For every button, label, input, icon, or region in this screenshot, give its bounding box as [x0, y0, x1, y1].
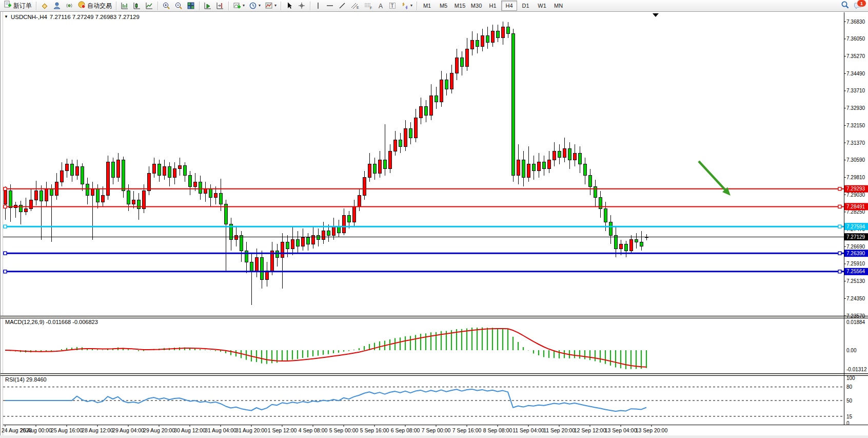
navigator-button[interactable]	[51, 0, 63, 11]
chart-shift-button[interactable]	[214, 0, 226, 11]
timeframe-button-H1[interactable]: H1	[485, 1, 501, 11]
vertical-line-icon	[314, 2, 322, 10]
notifications-button[interactable]: 1	[854, 2, 863, 10]
zoom-out-icon	[174, 2, 183, 10]
search-icon	[841, 1, 850, 9]
svg-text:0.01884: 0.01884	[846, 319, 865, 325]
svg-text:7.26690: 7.26690	[846, 244, 865, 250]
svg-text:15: 15	[846, 414, 853, 420]
svg-text:7.32150: 7.32150	[846, 123, 865, 128]
timeframe-button-MN[interactable]: MN	[550, 1, 566, 11]
svg-text:11 Sep 20:00: 11 Sep 20:00	[543, 427, 575, 433]
candlestick-chart-button[interactable]	[131, 0, 143, 11]
svg-text:0: 0	[846, 421, 850, 426]
auto-trading-button[interactable]: 自动交易	[75, 0, 114, 11]
cursor-button[interactable]	[283, 0, 295, 11]
toolbar-separator	[157, 2, 158, 10]
svg-text:7.33710: 7.33710	[846, 88, 865, 93]
svg-text:5 Sep 00:00: 5 Sep 00:00	[329, 427, 359, 433]
svg-text:7.34490: 7.34490	[846, 71, 865, 77]
rsi-indicator-label: RSI(14) 29.8460	[5, 376, 47, 383]
toolbar-separator	[417, 2, 417, 10]
timeframe-button-M5[interactable]: M5	[436, 1, 451, 11]
toolbar-separator	[281, 2, 281, 10]
symbol-label: USDCNH-,H4	[11, 14, 47, 20]
timeframe-button-D1[interactable]: D1	[518, 1, 534, 11]
toolbar-separator	[116, 2, 116, 10]
toolbar-separator	[310, 2, 310, 10]
arrows-button[interactable]: ▾	[399, 0, 415, 11]
svg-text:5 Sep 16:00: 5 Sep 16:00	[360, 427, 389, 433]
bar-chart-button[interactable]	[119, 0, 131, 11]
svg-text:25 Aug 00:00: 25 Aug 00:00	[20, 427, 52, 433]
text-icon: A	[377, 2, 384, 10]
svg-text:6 Sep 08:00: 6 Sep 08:00	[391, 427, 420, 433]
dropdown-arrow-icon: ▾	[259, 4, 261, 8]
svg-text:7.31370: 7.31370	[846, 140, 865, 146]
svg-text:7.27129: 7.27129	[846, 234, 865, 240]
candlestick-chart-icon	[133, 2, 141, 10]
new-order-icon	[4, 1, 12, 11]
svg-text:29 Aug 04:00: 29 Aug 04:00	[112, 427, 144, 433]
periods-button[interactable]: ▾	[247, 0, 263, 11]
auto-trading-label: 自动交易	[87, 2, 112, 10]
trendline-button[interactable]	[336, 0, 348, 11]
svg-text:80: 80	[846, 384, 853, 390]
crosshair-icon	[298, 2, 306, 10]
svg-text:7.29810: 7.29810	[846, 175, 865, 180]
horizontal-line-button[interactable]	[324, 0, 336, 11]
svg-text:7.36830: 7.36830	[846, 19, 865, 25]
market-watch-button[interactable]	[38, 0, 51, 11]
equidistant-channel-button[interactable]: E	[348, 0, 362, 11]
search-button[interactable]	[841, 1, 850, 11]
cursor-icon	[285, 2, 293, 10]
svg-text:-0.01312: -0.01312	[846, 367, 867, 372]
chart-dropdown-arrow[interactable]: ▼	[4, 15, 8, 19]
crosshair-button[interactable]	[295, 0, 308, 11]
svg-text:F: F	[370, 6, 372, 10]
auto-scroll-button[interactable]	[202, 0, 214, 11]
svg-text:4 Sep 08:00: 4 Sep 08:00	[299, 427, 328, 433]
toolbar-separator	[228, 2, 229, 10]
tile-windows-button[interactable]	[185, 0, 197, 11]
svg-text:25 Aug 16:00: 25 Aug 16:00	[51, 427, 83, 433]
horizontal-line-icon	[326, 2, 334, 10]
text-button[interactable]: A	[375, 0, 386, 11]
auto-scroll-icon	[204, 2, 212, 10]
fibonacci-button[interactable]: F	[362, 0, 375, 11]
timeframe-button-M30[interactable]: M30	[468, 1, 484, 11]
line-chart-button[interactable]	[143, 0, 155, 11]
text-label-icon: T	[388, 2, 397, 10]
chart-canvas[interactable]: 7.368307.360507.352707.344907.337107.329…	[0, 0, 868, 438]
bar-chart-icon	[121, 2, 129, 10]
new-order-label: 新订单	[13, 2, 32, 10]
template-icon	[265, 2, 273, 10]
timeframe-button-M1[interactable]: M1	[419, 1, 435, 11]
svg-text:7.29030: 7.29030	[846, 192, 865, 198]
terminal-button[interactable]	[63, 0, 75, 11]
timeframe-button-H4[interactable]: H4	[501, 1, 517, 11]
zoom-out-button[interactable]	[172, 0, 185, 11]
timeframe-toolbar: M1M5M15M30H1H4D1W1MN	[419, 1, 566, 11]
toolbar: 新订单 自动交易	[0, 0, 868, 12]
svg-text:8 Sep 08:00: 8 Sep 08:00	[483, 427, 512, 433]
timeframe-button-M15[interactable]: M15	[452, 1, 468, 11]
svg-text:100: 100	[846, 375, 855, 381]
fibonacci-icon: F	[364, 2, 373, 10]
auto-trading-icon	[77, 1, 86, 11]
chart-shift-icon	[216, 2, 224, 10]
zoom-in-button[interactable]	[160, 0, 172, 11]
svg-text:31 Aug 20:00: 31 Aug 20:00	[235, 427, 267, 433]
templates-button[interactable]: ▾	[263, 0, 279, 11]
navigator-icon	[53, 2, 61, 10]
vertical-line-button[interactable]	[312, 0, 324, 11]
timeframe-button-W1[interactable]: W1	[534, 1, 550, 11]
market-watch-icon	[41, 2, 49, 10]
indicators-button[interactable]: ▾	[231, 0, 247, 11]
toolbar-separator	[36, 2, 36, 10]
svg-text:31 Aug 04:00: 31 Aug 04:00	[205, 427, 236, 433]
svg-text:13 Sep 04:00: 13 Sep 04:00	[605, 427, 637, 433]
text-label-button[interactable]: T	[386, 0, 399, 11]
trendline-icon	[338, 2, 346, 10]
new-order-button[interactable]: 新订单	[2, 0, 34, 11]
